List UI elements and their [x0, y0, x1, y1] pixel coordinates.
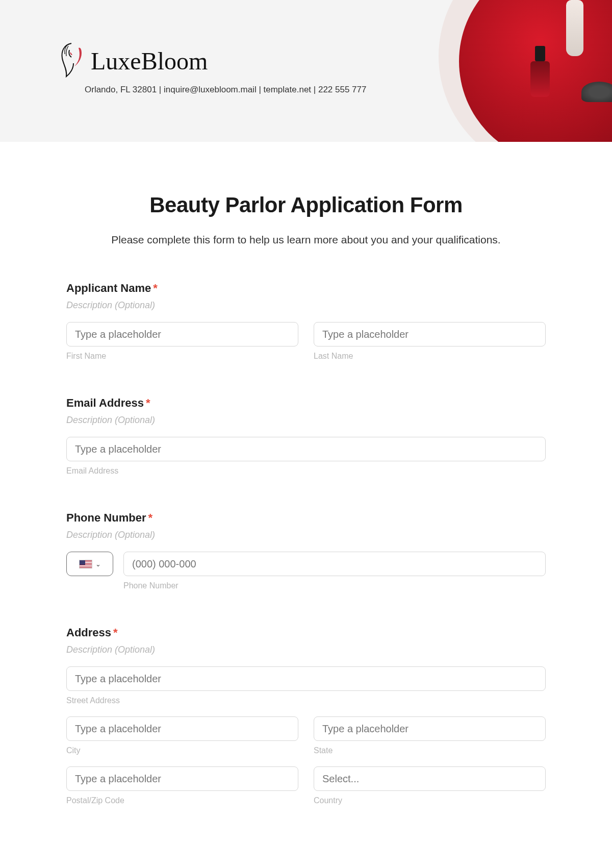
section-applicant-name: Applicant Name* Description (Optional) F… — [66, 282, 546, 361]
brand-contact-line: Orlando, FL 32801 | inquire@luxebloom.ma… — [85, 85, 366, 95]
country-code-select[interactable]: ⌄ — [66, 552, 113, 576]
chevron-down-icon: ⌄ — [95, 560, 101, 568]
city-sublabel: City — [66, 746, 298, 755]
required-asterisk: * — [146, 396, 150, 409]
decoration-circle-inner — [459, 0, 612, 142]
postal-code-input[interactable] — [66, 766, 298, 791]
first-name-input[interactable] — [66, 322, 298, 346]
makeup-brush-icon — [581, 82, 612, 102]
last-name-sublabel: Last Name — [314, 352, 546, 361]
header-banner: LuxeBloom Orlando, FL 32801 | inquire@lu… — [0, 0, 612, 142]
phone-label: Phone Number* — [66, 511, 546, 525]
section-phone: Phone Number* Description (Optional) ⌄ P… — [66, 511, 546, 590]
required-asterisk: * — [148, 511, 152, 524]
email-sublabel: Email Address — [66, 466, 546, 476]
required-asterisk: * — [113, 626, 118, 639]
email-input[interactable] — [66, 437, 546, 461]
email-label: Email Address* — [66, 396, 546, 410]
postal-code-sublabel: Postal/Zip Code — [66, 796, 298, 805]
address-label: Address* — [66, 626, 546, 639]
applicant-name-description[interactable]: Description (Optional) — [66, 300, 546, 311]
email-description[interactable]: Description (Optional) — [66, 415, 546, 426]
street-address-input[interactable] — [66, 666, 546, 691]
brand-block: LuxeBloom Orlando, FL 32801 | inquire@lu… — [56, 41, 366, 95]
last-name-input[interactable] — [314, 322, 546, 346]
brand-logo-icon — [56, 41, 87, 82]
phone-sublabel: Phone Number — [123, 581, 546, 590]
city-input[interactable] — [66, 716, 298, 741]
state-sublabel: State — [314, 746, 546, 755]
brand-name: LuxeBloom — [91, 49, 208, 73]
form-container: Beauty Parlor Application Form Please co… — [66, 142, 546, 846]
cosmetic-bottle-icon — [566, 0, 583, 56]
form-intro: Please complete this form to help us lea… — [66, 234, 546, 246]
page-title: Beauty Parlor Application Form — [66, 193, 546, 217]
phone-input[interactable] — [123, 552, 546, 576]
address-description[interactable]: Description (Optional) — [66, 644, 546, 655]
phone-description[interactable]: Description (Optional) — [66, 530, 546, 540]
section-email: Email Address* Description (Optional) Em… — [66, 396, 546, 476]
street-address-sublabel: Street Address — [66, 696, 546, 705]
country-select[interactable] — [314, 766, 546, 791]
section-address: Address* Description (Optional) Street A… — [66, 626, 546, 805]
applicant-name-label: Applicant Name* — [66, 282, 546, 295]
first-name-sublabel: First Name — [66, 352, 298, 361]
required-asterisk: * — [153, 282, 158, 294]
state-input[interactable] — [314, 716, 546, 741]
nail-polish-icon — [530, 61, 550, 97]
country-sublabel: Country — [314, 796, 546, 805]
us-flag-icon — [79, 560, 92, 568]
